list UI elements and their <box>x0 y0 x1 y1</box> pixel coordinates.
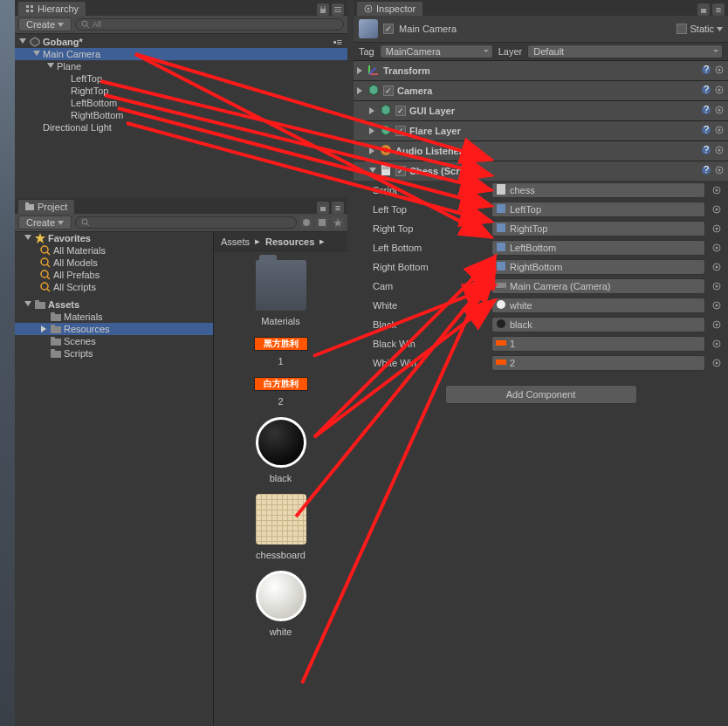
settings-icon[interactable] <box>714 85 725 97</box>
hierarchy-item[interactable]: RightTop <box>15 85 347 97</box>
scene-menu-icon[interactable]: •≡ <box>333 37 347 47</box>
settings-icon[interactable] <box>714 145 725 157</box>
object-field[interactable]: Main Camera (Camera) <box>491 278 705 294</box>
hierarchy-item[interactable]: LeftBottom <box>15 97 347 109</box>
component-header[interactable]: Audio Listener ? <box>354 141 728 161</box>
component-header[interactable]: Transform ? <box>354 61 728 80</box>
filter-type-icon[interactable] <box>316 216 328 229</box>
object-picker-icon[interactable] <box>711 184 723 196</box>
dropdown-arrow-icon[interactable] <box>717 27 723 31</box>
object-field[interactable]: LeftBottom <box>491 240 705 256</box>
favorite-item[interactable]: All Models <box>15 257 213 269</box>
help-icon[interactable]: ? <box>701 145 711 157</box>
asset-item[interactable]: black <box>246 417 316 483</box>
settings-icon[interactable] <box>714 65 725 77</box>
component-header[interactable]: Flare Layer ? <box>354 121 728 140</box>
favorite-item[interactable]: All Scripts <box>15 281 213 293</box>
object-field[interactable]: 2 <box>491 355 705 371</box>
foldout-icon[interactable] <box>369 106 376 116</box>
favorites-header[interactable]: Favorites <box>15 232 213 244</box>
foldout-icon[interactable] <box>357 65 364 76</box>
object-picker-icon[interactable] <box>711 318 723 331</box>
asset-item[interactable]: 白方胜利2 <box>246 377 316 407</box>
inspector-tab[interactable]: Inspector <box>357 2 422 16</box>
asset-item[interactable]: chessboard <box>246 494 316 560</box>
save-search-icon[interactable] <box>332 216 344 229</box>
asset-item[interactable]: 黑方胜利1 <box>246 337 316 366</box>
active-checkbox[interactable] <box>383 24 394 34</box>
foldout-icon[interactable] <box>369 146 376 156</box>
create-button[interactable]: Create <box>18 216 72 229</box>
hierarchy-item[interactable]: Main Camera <box>15 48 347 60</box>
settings-icon[interactable] <box>714 165 725 177</box>
foldout-icon[interactable] <box>369 126 376 136</box>
component-enabled-checkbox[interactable] <box>395 126 406 136</box>
asset-folder[interactable]: Resources <box>15 323 213 335</box>
object-picker-icon[interactable] <box>711 338 723 350</box>
create-button[interactable]: Create <box>18 17 72 31</box>
help-icon[interactable]: ? <box>701 85 711 97</box>
project-tab[interactable]: Project <box>18 200 74 214</box>
object-field[interactable]: black <box>491 317 705 332</box>
asset-folder[interactable]: Scenes <box>15 335 213 347</box>
object-field[interactable]: chess <box>491 182 705 198</box>
settings-icon[interactable] <box>714 125 725 137</box>
foldout-icon[interactable] <box>369 166 376 176</box>
asset-item[interactable]: Materials <box>246 260 316 326</box>
favorite-item[interactable]: All Materials <box>15 244 213 257</box>
hierarchy-tab[interactable]: Hierarchy <box>18 2 86 16</box>
gameobject-name[interactable]: Main Camera <box>399 24 671 34</box>
object-picker-icon[interactable] <box>711 242 723 254</box>
asset-folder[interactable]: Materials <box>15 311 213 323</box>
hierarchy-item[interactable]: RightBottom <box>15 109 347 121</box>
object-picker-icon[interactable] <box>711 223 723 235</box>
object-field[interactable]: RightTop <box>491 221 705 236</box>
object-picker-icon[interactable] <box>711 261 723 273</box>
tag-dropdown[interactable]: MainCamera <box>380 45 493 58</box>
hierarchy-item[interactable]: Plane <box>15 60 347 72</box>
asset-item[interactable]: white <box>246 571 316 637</box>
asset-folder[interactable]: Scripts <box>15 347 213 360</box>
svg-rect-37 <box>51 314 61 321</box>
foldout-icon[interactable] <box>357 86 364 96</box>
component-enabled-checkbox[interactable] <box>395 106 406 116</box>
help-icon[interactable]: ? <box>701 125 711 137</box>
project-search[interactable] <box>75 216 297 229</box>
component-enabled-checkbox[interactable] <box>395 166 406 176</box>
help-icon[interactable]: ? <box>701 65 711 77</box>
add-component-button[interactable]: Add Component <box>445 385 637 404</box>
context-menu-icon[interactable]: ≡ <box>332 202 344 214</box>
lock-icon[interactable] <box>317 202 329 214</box>
lock-icon[interactable] <box>317 3 329 16</box>
filter-area-icon[interactable] <box>300 216 312 229</box>
help-icon[interactable]: ? <box>701 165 711 177</box>
scene-root[interactable]: Gobang* •≡ <box>15 36 347 48</box>
hierarchy-search[interactable]: All <box>75 18 344 31</box>
breadcrumb-item[interactable]: Resources <box>265 236 314 247</box>
object-field[interactable]: white <box>491 298 705 313</box>
component-header[interactable]: Camera ? <box>354 81 728 100</box>
object-field[interactable]: LeftTop <box>491 202 705 217</box>
context-menu-icon[interactable] <box>332 3 344 16</box>
hierarchy-item[interactable]: Directional Light <box>15 121 347 134</box>
assets-header[interactable]: Assets <box>15 298 213 311</box>
object-picker-icon[interactable] <box>711 299 723 312</box>
component-header[interactable]: GUI Layer ? <box>354 101 728 120</box>
hierarchy-item[interactable]: LeftTop <box>15 72 347 85</box>
object-field[interactable]: 1 <box>491 336 705 352</box>
context-menu-icon[interactable]: ≡ <box>712 3 725 16</box>
settings-icon[interactable] <box>714 105 725 117</box>
help-icon[interactable]: ? <box>701 105 711 117</box>
object-picker-icon[interactable] <box>711 203 723 216</box>
object-picker-icon[interactable] <box>711 357 723 369</box>
static-checkbox[interactable] <box>676 24 687 34</box>
breadcrumb-item[interactable]: Assets <box>221 236 250 247</box>
component-enabled-checkbox[interactable] <box>383 86 394 96</box>
foldout-icon[interactable] <box>18 38 27 45</box>
favorite-item[interactable]: All Prefabs <box>15 269 213 281</box>
component-header[interactable]: Chess (Script) ? <box>354 161 728 181</box>
object-picker-icon[interactable] <box>711 280 723 292</box>
object-field[interactable]: RightBottom <box>491 259 705 275</box>
layer-dropdown[interactable]: Default <box>527 45 723 58</box>
lock-icon[interactable] <box>697 3 710 16</box>
